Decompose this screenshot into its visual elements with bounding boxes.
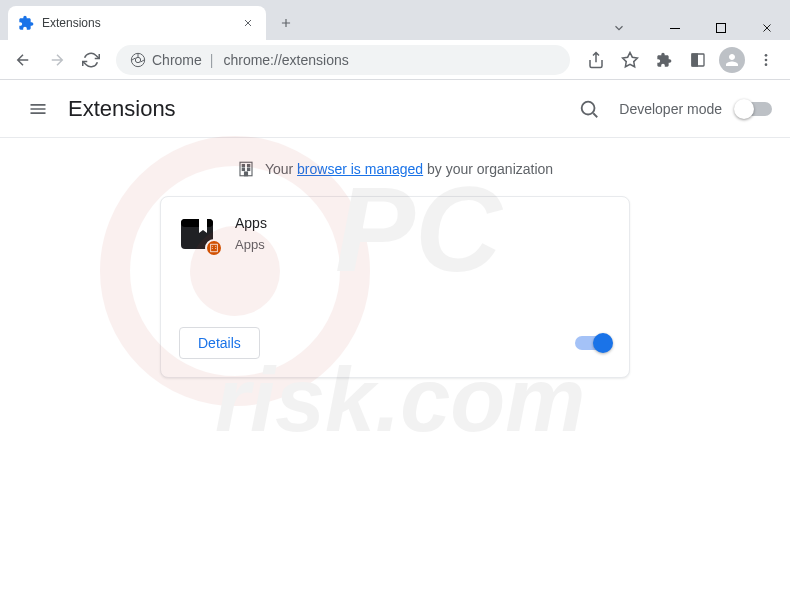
new-tab-button[interactable]: [272, 9, 300, 37]
svg-point-3: [135, 57, 140, 62]
profile-avatar[interactable]: [716, 44, 748, 76]
extensions-puzzle-icon[interactable]: [648, 44, 680, 76]
managed-badge-icon: [205, 239, 223, 257]
svg-rect-23: [215, 248, 216, 249]
hamburger-menu-icon[interactable]: [18, 89, 58, 129]
svg-rect-6: [692, 54, 697, 66]
chrome-chip: Chrome |: [130, 52, 215, 68]
search-icon[interactable]: [573, 93, 605, 125]
svg-rect-19: [211, 244, 218, 252]
back-button[interactable]: [8, 45, 38, 75]
browser-tab[interactable]: Extensions: [8, 6, 266, 40]
reload-button[interactable]: [76, 45, 106, 75]
svg-rect-12: [242, 165, 244, 167]
svg-rect-20: [212, 246, 213, 247]
svg-point-10: [582, 101, 595, 114]
building-icon: [237, 160, 255, 178]
svg-rect-13: [247, 165, 249, 167]
address-bar[interactable]: Chrome | chrome://extensions: [116, 45, 570, 75]
chrome-label: Chrome: [152, 52, 202, 68]
svg-point-9: [765, 63, 768, 66]
window-controls: [596, 8, 790, 48]
kebab-menu-icon[interactable]: [750, 44, 782, 76]
svg-rect-18: [181, 219, 213, 227]
extension-puzzle-icon: [18, 15, 34, 31]
svg-rect-21: [215, 246, 216, 247]
extension-icon: [179, 215, 217, 253]
close-tab-icon[interactable]: [240, 15, 256, 31]
close-window-button[interactable]: [744, 12, 790, 44]
maximize-button[interactable]: [698, 12, 744, 44]
svg-rect-0: [670, 28, 680, 29]
extension-description: Apps: [235, 237, 267, 252]
chevron-down-icon[interactable]: [596, 12, 642, 44]
toggle-knob: [593, 333, 613, 353]
sidepanel-icon[interactable]: [682, 44, 714, 76]
details-button[interactable]: Details: [179, 327, 260, 359]
bookmark-star-icon[interactable]: [614, 44, 646, 76]
extension-card: Apps Apps Details: [160, 196, 630, 378]
tab-strip: Extensions: [0, 0, 790, 40]
extension-cards: Apps Apps Details: [0, 196, 790, 378]
minimize-button[interactable]: [652, 12, 698, 44]
page-title: Extensions: [68, 96, 176, 122]
svg-point-8: [765, 58, 768, 61]
url-text: chrome://extensions: [223, 52, 348, 68]
svg-rect-15: [247, 168, 249, 170]
separator: |: [210, 52, 214, 68]
extensions-header: Extensions Developer mode: [0, 80, 790, 138]
tab-title: Extensions: [42, 16, 232, 30]
managed-link[interactable]: browser is managed: [297, 161, 423, 177]
forward-button[interactable]: [42, 45, 72, 75]
svg-marker-4: [623, 52, 638, 66]
share-icon[interactable]: [580, 44, 612, 76]
extension-name: Apps: [235, 215, 267, 231]
developer-mode-label: Developer mode: [619, 101, 722, 117]
svg-rect-14: [242, 168, 244, 170]
chrome-logo-icon: [130, 52, 146, 68]
managed-banner: Your browser is managed by your organiza…: [0, 138, 790, 196]
svg-rect-16: [244, 172, 247, 176]
svg-rect-1: [717, 24, 726, 33]
extension-enable-toggle[interactable]: [575, 336, 611, 350]
toggle-knob: [734, 99, 754, 119]
svg-point-7: [765, 54, 768, 57]
svg-rect-22: [212, 248, 213, 249]
managed-text: Your browser is managed by your organiza…: [265, 161, 553, 177]
developer-mode-toggle[interactable]: [736, 102, 772, 116]
